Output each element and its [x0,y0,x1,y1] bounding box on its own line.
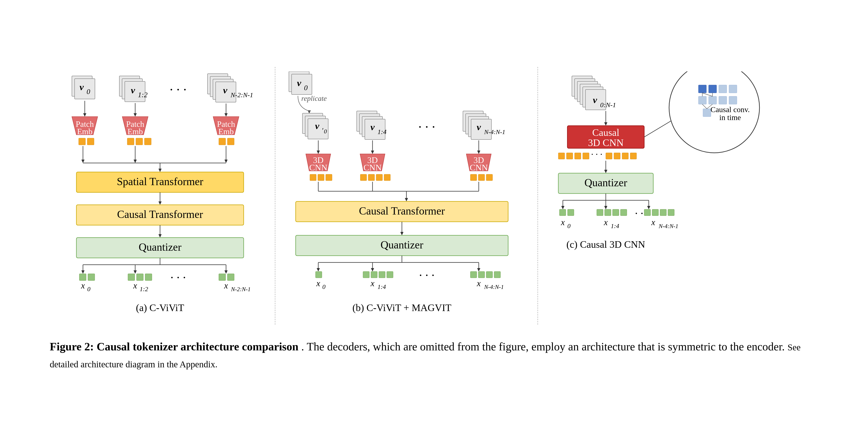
svg-rect-128 [470,174,477,181]
svg-text:Quantizer: Quantizer [584,177,627,189]
svg-text:0: 0 [322,283,326,290]
svg-text:Emb: Emb [77,127,92,136]
svg-rect-122 [318,174,324,181]
svg-text:in time: in time [719,113,741,122]
svg-text:N-4:N-1: N-4:N-1 [484,284,504,290]
caption-bold-text: Causal tokenizer architecture comparison [96,340,298,353]
svg-rect-191 [729,96,737,104]
svg-rect-125 [368,174,375,181]
svg-rect-189 [709,96,717,104]
svg-rect-124 [360,174,367,181]
svg-rect-208 [630,153,637,159]
svg-rect-66 [79,274,86,281]
svg-rect-76 [219,274,225,281]
caption-main-text: . The decoders, which are omitted from t… [301,340,785,353]
svg-rect-200 [558,153,565,159]
svg-text:1:2: 1:2 [140,285,148,292]
svg-rect-37 [227,138,234,145]
svg-text:Causal Transformer: Causal Transformer [117,208,203,220]
svg-text:′: ′ [322,126,323,134]
svg-rect-184 [699,85,706,93]
svg-marker-147 [317,268,320,272]
svg-rect-121 [310,174,316,181]
svg-rect-232 [644,209,651,216]
svg-marker-63 [133,270,137,274]
diagram-c-svg: v 0:N-1 Causal 3D CNN [545,71,816,320]
svg-marker-47 [158,169,162,172]
diagram-section-a: v 0 v 1:2 · · · v N-2:N-1 [45,67,275,324]
svg-text:CNN: CNN [364,163,381,172]
svg-marker-41 [133,160,137,163]
figure-caption: Figure 2: Causal tokenizer architecture … [45,338,823,372]
svg-rect-157 [379,272,385,278]
svg-text:Causal conv.: Causal conv. [710,105,749,114]
svg-rect-71 [136,274,143,281]
svg-marker-19 [133,113,137,117]
svg-text:x: x [477,279,481,288]
svg-text:v: v [370,122,375,132]
svg-rect-31 [79,138,86,145]
diagram-section-c: v 0:N-1 Causal 3D CNN [538,67,823,324]
svg-rect-67 [88,274,95,281]
svg-text:v: v [131,85,135,95]
svg-marker-218 [604,206,608,209]
svg-text:(b) C-ViViT + MAGVIT: (b) C-ViViT + MAGVIT [352,302,452,313]
svg-rect-1 [74,79,95,99]
svg-rect-129 [478,174,485,181]
svg-text:v: v [80,82,84,92]
svg-text:N-2:N-1: N-2:N-1 [231,286,251,292]
svg-rect-34 [136,138,143,145]
svg-rect-225 [597,209,603,216]
svg-text:v: v [315,121,320,131]
svg-text:v: v [297,78,302,88]
svg-text:x: x [370,279,375,288]
svg-rect-235 [668,209,674,216]
svg-rect-188 [699,96,706,104]
svg-text:· · ·: · · · [419,268,435,282]
svg-text:x: x [81,281,85,290]
svg-text:N-4:N-1: N-4:N-1 [658,223,678,229]
svg-marker-21 [224,113,228,117]
svg-rect-155 [363,272,369,278]
svg-marker-109 [371,151,374,154]
svg-text:x: x [224,281,228,290]
svg-rect-203 [583,153,589,159]
svg-marker-178 [604,122,608,126]
svg-text:0:N-1: 0:N-1 [600,101,616,108]
svg-rect-123 [326,174,332,181]
svg-rect-185 [709,85,717,93]
svg-text:(a) C-ViViT: (a) C-ViViT [136,302,184,313]
svg-marker-141 [400,232,403,235]
svg-rect-77 [227,274,234,281]
svg-text:CNN: CNN [309,163,327,172]
svg-rect-205 [606,153,612,159]
svg-text:1:4: 1:4 [377,128,386,135]
svg-text:1:2: 1:2 [138,91,148,99]
svg-rect-156 [371,272,377,278]
svg-text:0: 0 [324,128,327,135]
svg-text:0: 0 [87,88,90,96]
svg-rect-163 [478,272,485,278]
svg-text:1:4: 1:4 [611,222,619,229]
svg-text:x: x [561,217,565,227]
svg-text:0: 0 [567,222,570,229]
svg-text:· · ·: · · · [170,82,187,97]
svg-text:Causal: Causal [592,127,619,138]
svg-rect-234 [660,209,666,216]
svg-marker-111 [477,151,480,154]
svg-text:0: 0 [87,285,90,292]
svg-rect-187 [729,85,737,93]
svg-rect-221 [559,209,566,216]
svg-rect-226 [604,209,611,216]
svg-rect-227 [613,209,619,216]
svg-rect-202 [575,153,581,159]
svg-text:x: x [604,217,608,227]
svg-rect-228 [620,209,627,216]
svg-text:Emb: Emb [127,127,143,136]
svg-marker-216 [561,206,564,209]
svg-rect-233 [652,209,658,216]
svg-rect-206 [614,153,620,159]
svg-rect-70 [128,274,135,281]
svg-marker-17 [83,113,86,117]
svg-rect-152 [315,272,322,278]
